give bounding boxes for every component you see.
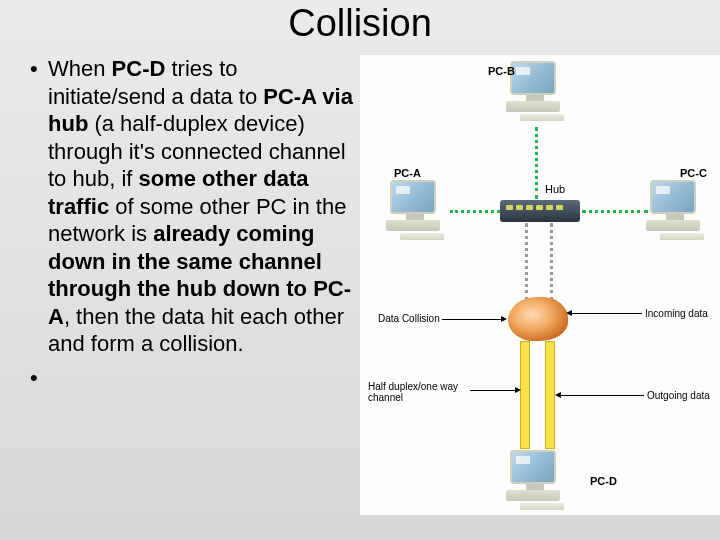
pc-d-label: PC-D [590,475,617,487]
text-segment: PC-D [112,56,172,81]
arrow-collision [442,319,504,320]
link-hub-d-right [550,223,553,301]
arrow-halfduplex [470,390,518,391]
channel-right [545,341,555,449]
arrow-halfduplex-head [515,387,521,393]
pc-c-label: PC-C [680,167,707,179]
link-c-hub [582,210,648,213]
pc-c-icon [650,180,700,222]
label-data-collision: Data Collision [378,313,440,324]
arrow-outgoing [560,395,644,396]
bullet-item-empty: • [30,364,360,392]
label-outgoing: Outgoing data [647,390,710,401]
hub-label: Hub [545,183,565,195]
pc-d-icon [510,450,560,492]
collision-icon [508,297,568,341]
link-a-hub [450,210,500,213]
text-segment: , then the data hit each other and form … [48,304,344,357]
channel-left [520,341,530,449]
bullet-item: • When PC-D tries to initiate/send a dat… [30,55,360,358]
bullet-marker: • [30,364,48,392]
label-half-duplex: Half duplex/one way channel [368,381,473,403]
arrow-collision-head [501,316,507,322]
link-b-hub [535,127,538,199]
network-diagram: PC-B PC-A PC-C PC-D Hub Data Collision [360,55,720,515]
bullet-marker: • [30,55,48,358]
bullet-text-empty [48,364,360,392]
pc-a-icon [390,180,440,222]
arrow-outgoing-head [555,392,561,398]
bullet-list: • When PC-D tries to initiate/send a dat… [30,55,360,397]
label-incoming: Incoming data [645,308,708,319]
slide-title: Collision [0,2,720,45]
link-hub-d-left [525,223,528,301]
pc-a-label: PC-A [394,167,421,179]
pc-b-label: PC-B [488,65,515,77]
bullet-text: When PC-D tries to initiate/send a data … [48,55,360,358]
arrow-incoming [572,313,642,314]
arrow-incoming-head [566,310,572,316]
text-segment: When [48,56,112,81]
hub-icon [500,200,580,222]
pc-b-icon [510,61,560,103]
